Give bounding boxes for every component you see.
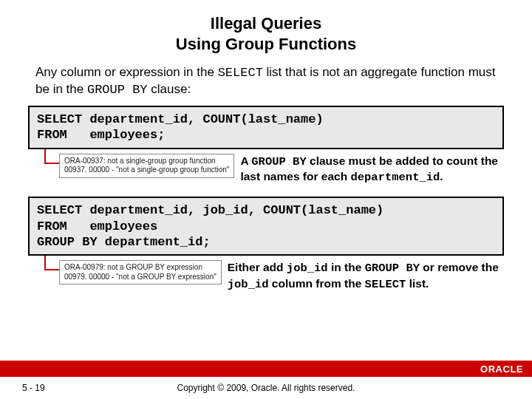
footer-bar: ORACLE: [0, 361, 532, 377]
intro-code-groupby: GROUP BY: [87, 83, 148, 97]
explain2-mid1: in the: [328, 261, 365, 273]
intro-code-select: SELECT: [218, 66, 263, 80]
slide-title: Illegal Queries Using Group Functions: [28, 13, 504, 54]
explain1-post: .: [440, 170, 443, 183]
callout-line-2: [44, 256, 59, 270]
explain1-pre: A: [240, 154, 251, 167]
explain1-code-deptid: department_id: [350, 171, 440, 184]
title-line1: Illegal Queries: [28, 13, 504, 34]
error-wrap-1: ORA-00937: not a single-group group func…: [59, 154, 234, 178]
explain1-code-groupby: GROUP BY: [251, 155, 306, 168]
row-2: ORA-00979: not a GROUP BY expression 009…: [28, 260, 504, 292]
explain2-code-select: SELECT: [365, 278, 406, 291]
error-box-1: ORA-00937: not a single-group group func…: [59, 154, 234, 178]
explain-2: Either add job_id in the GROUP BY or rem…: [228, 260, 504, 292]
callout-line-1: [44, 149, 59, 164]
explain2-code-jobid2: job_id: [228, 278, 269, 291]
error-wrap-2: ORA-00979: not a GROUP BY expression 009…: [59, 260, 222, 284]
explain-1: A GROUP BY clause must be added to count…: [240, 154, 504, 185]
code-block-1: SELECT department_id, COUNT(last_name) F…: [28, 106, 504, 149]
explain2-code-jobid1: job_id: [287, 262, 328, 275]
title-line2: Using Group Functions: [28, 34, 504, 55]
explain2-code-groupby: GROUP BY: [365, 262, 420, 275]
intro-pre: Any column or expression in the: [35, 65, 218, 79]
row-1: ORA-00937: not a single-group group func…: [28, 154, 504, 185]
intro-text: Any column or expression in the SELECT l…: [28, 64, 504, 98]
slide: Illegal Queries Using Group Functions An…: [0, 0, 532, 399]
intro-post: clause:: [148, 82, 191, 96]
code-block-2: SELECT department_id, job_id, COUNT(last…: [28, 197, 504, 256]
explain2-mid3: column from the: [269, 277, 365, 290]
explain2-mid2: or remove the: [420, 261, 499, 273]
error-box-2: ORA-00979: not a GROUP BY expression 009…: [59, 260, 222, 284]
explain2-pre: Either add: [228, 261, 287, 273]
oracle-logo: ORACLE: [480, 364, 523, 375]
explain2-post: list.: [406, 277, 429, 290]
footer-copyright: Copyright © 2009, Oracle. All rights res…: [0, 383, 532, 393]
